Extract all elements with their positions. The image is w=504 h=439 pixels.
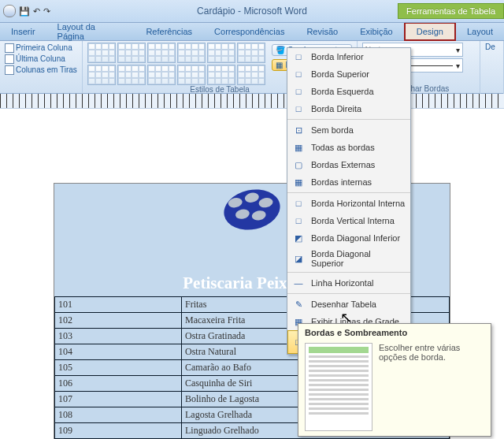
title-bar: 💾 ↶ ↷ Cardápio - Microsoft Word Ferramen… <box>0 0 504 23</box>
table-style-thumb[interactable] <box>147 43 176 63</box>
undo-icon[interactable]: ↶ <box>33 6 40 17</box>
border-type-icon: □ <box>292 197 305 210</box>
menu-item-borda-direita[interactable]: □Borda Direita <box>287 100 410 117</box>
quick-access-toolbar: 💾 ↶ ↷ <box>0 5 54 17</box>
horizontal-ruler[interactable] <box>0 94 504 109</box>
checkbox-colunas-em-tiras[interactable]: Colunas em Tiras <box>5 65 77 76</box>
context-tab-badge: Ferramentas de Tabela <box>398 3 504 19</box>
tooltip: Bordas e Sombreamento Escolher entre vár… <box>298 323 491 437</box>
tooltip-title: Bordas e Sombreamento <box>298 324 491 340</box>
tab-revisão[interactable]: Revisão <box>295 24 349 39</box>
table-style-thumb[interactable] <box>207 43 235 63</box>
border-type-icon: □ <box>292 50 305 63</box>
clipart-plate <box>217 190 287 269</box>
table-style-thumb[interactable] <box>237 65 265 85</box>
menu-item-borda-diagonal-inferior[interactable]: ◩Borda Diagonal Inferior <box>287 229 410 247</box>
table-style-thumb[interactable] <box>177 43 206 63</box>
table-style-thumb[interactable] <box>117 65 146 85</box>
border-type-icon: ⊡ <box>292 124 305 136</box>
menu-item-borda-vertical-interna[interactable]: □Borda Vertical Interna <box>287 212 410 229</box>
border-type-icon: ◪ <box>292 252 305 265</box>
border-type-icon: □ <box>292 68 305 80</box>
border-type-icon: — <box>292 277 305 289</box>
checkbox-primeira-coluna[interactable]: Primeira Coluna <box>5 43 77 54</box>
table-style-thumb[interactable] <box>237 43 265 63</box>
tab-inserir[interactable]: Inserir <box>0 24 46 39</box>
tab-exibição[interactable]: Exibição <box>349 24 404 39</box>
menu-item-bordas-externas[interactable]: ▢Bordas Externas <box>287 156 410 173</box>
table-style-thumb[interactable] <box>207 65 235 85</box>
tab-correspondências[interactable]: Correspondências <box>203 24 295 39</box>
ribbon-tabs: InserirLayout da PáginaReferênciasCorres… <box>0 23 504 41</box>
border-type-icon: □ <box>292 102 305 115</box>
ribbon: Primeira ColunaÚltima ColunaColunas em T… <box>0 41 504 94</box>
tab-layout[interactable]: Layout <box>456 24 504 39</box>
paint-bucket-icon: 🪣 <box>276 46 285 54</box>
table-style-thumb[interactable] <box>87 65 116 85</box>
pen-group-partial: De <box>480 41 504 96</box>
table-style-thumb[interactable] <box>87 43 116 63</box>
border-icon: ▦ <box>276 61 283 69</box>
menu-item-borda-inferior[interactable]: □Borda Inferior <box>287 48 410 65</box>
checkbox-última-coluna[interactable]: Última Coluna <box>5 54 77 65</box>
save-icon[interactable]: 💾 <box>19 6 30 17</box>
tooltip-text: Escolher entre várias opções de borda. <box>379 343 484 431</box>
table-style-thumb[interactable] <box>147 65 176 85</box>
table-style-options-group: Primeira ColunaÚltima ColunaColunas em T… <box>0 41 83 96</box>
border-type-icon: □ <box>292 85 305 98</box>
tooltip-preview-icon <box>305 343 372 431</box>
table-style-thumb[interactable] <box>117 43 146 63</box>
border-type-icon: ▢ <box>292 158 305 171</box>
border-type-icon: □ <box>292 214 305 227</box>
border-type-icon: ▦ <box>292 176 305 188</box>
menu-item-sem-borda[interactable]: ⊡Sem borda <box>287 121 410 139</box>
chevron-down-icon: ▾ <box>456 61 460 70</box>
menu-item-borda-esquerda[interactable]: □Borda Esquerda <box>287 83 410 100</box>
border-type-icon: ▦ <box>292 141 305 154</box>
tab-design[interactable]: Design <box>404 22 456 41</box>
office-button[interactable] <box>3 5 16 17</box>
border-type-icon: ◩ <box>292 232 305 244</box>
menu-item-borda-horizontal-interna[interactable]: □Borda Horizontal Interna <box>287 195 410 212</box>
redo-icon[interactable]: ↷ <box>43 6 50 17</box>
table-style-thumb[interactable] <box>177 65 206 85</box>
menu-item-borda-diagonal-superior[interactable]: ◪Borda Diagonal Superior <box>287 247 410 270</box>
chevron-down-icon: ▾ <box>456 46 460 54</box>
tab-referências[interactable]: Referências <box>135 24 203 39</box>
table-styles-gallery[interactable] <box>87 43 269 85</box>
document-title: Cardápio - Microsoft Word <box>197 6 307 17</box>
border-type-icon: ✎ <box>292 298 305 311</box>
menu-item-todas-as-bordas[interactable]: ▦Todas as bordas <box>287 139 410 156</box>
menu-item-linha-horizontal[interactable]: —Linha Horizontal <box>287 274 410 292</box>
menu-item-bordas-internas[interactable]: ▦Bordas internas <box>287 173 410 191</box>
mouse-cursor-icon: ↖ <box>340 309 352 326</box>
menu-item-borda-superior[interactable]: □Borda Superior <box>287 65 410 83</box>
